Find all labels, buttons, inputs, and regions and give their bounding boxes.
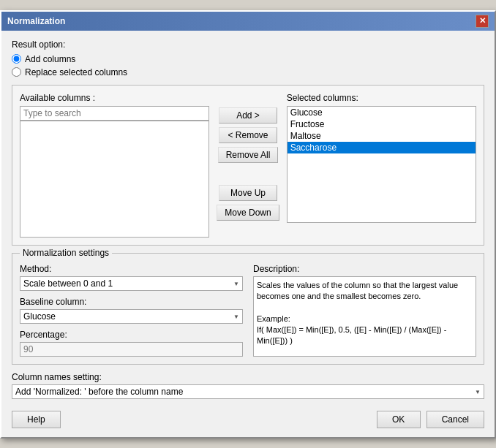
move-down-button[interactable]: Move Down [217, 205, 279, 221]
footer-right: OK Cancel [377, 411, 484, 428]
close-button[interactable]: ✕ [476, 15, 489, 28]
ok-button[interactable]: OK [377, 411, 421, 428]
remove-button[interactable]: < Remove [219, 127, 277, 143]
list-item[interactable]: Glucose [288, 107, 476, 118]
radio-row-replace: Replace selected columns [12, 67, 484, 77]
radio-replace-columns[interactable] [12, 67, 21, 77]
baseline-select-wrapper: Glucose [20, 309, 243, 324]
columns-section: Available columns : Add > < Remove Remov… [12, 85, 484, 246]
column-action-buttons: Add > < Remove Remove All Move Up Move D… [209, 93, 286, 238]
available-columns-panel: Available columns : [20, 93, 209, 238]
baseline-select[interactable]: Glucose [20, 309, 243, 324]
list-item[interactable]: Maltose [288, 130, 476, 142]
footer: Help OK Cancel [12, 408, 484, 428]
column-names-select[interactable]: Add 'Normalized: ' before the column nam… [12, 384, 484, 399]
title-bar: Normalization ✕ [1, 12, 495, 31]
remove-all-button[interactable]: Remove All [218, 147, 279, 163]
radio-add-columns-label: Add columns [25, 54, 75, 64]
percentage-input[interactable] [20, 342, 243, 357]
list-item[interactable]: Fructose [288, 118, 476, 130]
method-select[interactable]: Scale between 0 and 1Z-scoreMin-Max [20, 276, 243, 291]
available-columns-label: Available columns : [20, 93, 209, 103]
list-item[interactable]: Saccharose [288, 142, 476, 153]
available-columns-listbox[interactable] [20, 121, 209, 238]
help-button[interactable]: Help [12, 411, 61, 428]
radio-add-columns[interactable] [12, 54, 21, 64]
move-up-button[interactable]: Move Up [219, 185, 277, 201]
search-input[interactable] [20, 106, 209, 121]
method-select-wrapper: Scale between 0 and 1Z-scoreMin-Max [20, 276, 243, 291]
description-label: Description: [253, 264, 476, 274]
result-option-label: Result option: [12, 39, 484, 50]
add-button[interactable]: Add > [219, 107, 277, 124]
column-names-select-wrapper: Add 'Normalized: ' before the column nam… [12, 384, 484, 399]
dialog-title: Normalization [7, 16, 65, 26]
normalization-dialog: Normalization ✕ Result option: Add colum… [0, 10, 496, 438]
column-names-label: Column names setting: [12, 372, 484, 382]
settings-title: Normalization settings [20, 248, 112, 258]
normalization-settings-section: Normalization settings Method: Scale bet… [12, 253, 484, 365]
radio-row-add: Add columns [12, 54, 484, 64]
baseline-label: Baseline column: [20, 297, 243, 307]
radio-replace-columns-label: Replace selected columns [25, 67, 127, 77]
selected-columns-listbox[interactable]: GlucoseFructoseMaltoseSaccharose [287, 106, 476, 223]
column-names-section: Column names setting: Add 'Normalized: '… [12, 372, 484, 399]
selected-columns-panel: Selected columns: GlucoseFructoseMaltose… [287, 93, 476, 238]
description-text: Scales the values of the column so that … [253, 276, 476, 357]
result-option-group: Add columns Replace selected columns [12, 54, 484, 77]
cancel-button[interactable]: Cancel [427, 411, 484, 428]
settings-inner: Method: Scale between 0 and 1Z-scoreMin-… [20, 264, 476, 357]
selected-columns-label: Selected columns: [287, 93, 476, 103]
percentage-label: Percentage: [20, 330, 243, 340]
settings-left: Method: Scale between 0 and 1Z-scoreMin-… [20, 264, 243, 357]
settings-right: Description: Scales the values of the co… [253, 264, 476, 357]
footer-left: Help [12, 411, 61, 428]
method-label: Method: [20, 264, 243, 274]
